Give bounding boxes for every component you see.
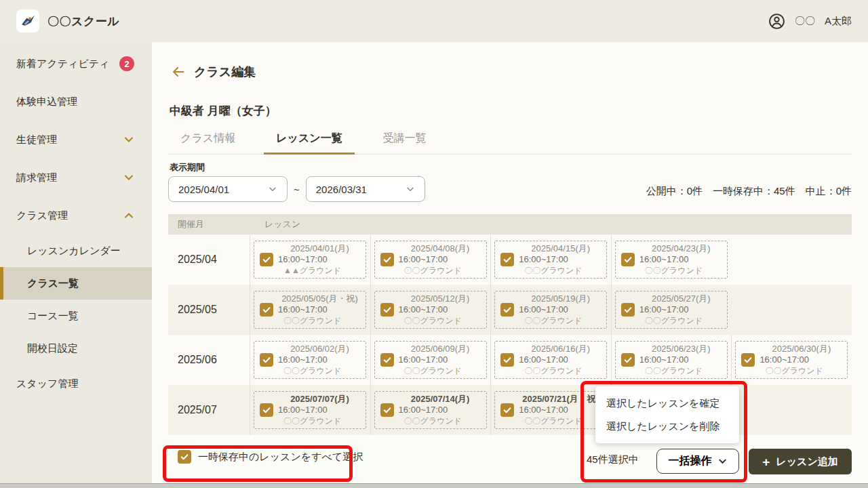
lesson-checkbox[interactable] (621, 303, 635, 317)
bulk-action-label: 一括操作 (669, 454, 712, 468)
chevron-down-icon (406, 184, 415, 194)
add-lesson-button[interactable]: + レッスン追加 (749, 449, 852, 474)
tab-レッスン一覧[interactable]: レッスン一覧 (264, 126, 355, 155)
back-arrow-icon[interactable] (171, 64, 186, 79)
table-row: 2025/042025/04/01(月)16:00~17:00▲▲グラウンド20… (168, 235, 852, 285)
sidebar-item-label: 開校日設定 (27, 342, 78, 355)
lesson-date: 2025/05/19(月) (519, 293, 602, 304)
lesson-column: 2025/04/08(月)16:00~17:00〇〇グラウンド (370, 235, 491, 285)
lesson-card[interactable]: 2025/04/23(月)16:00~17:00〇〇グラウンド (615, 241, 728, 279)
lesson-checkbox[interactable] (500, 303, 514, 317)
lesson-card-text: 2025/06/02(月)16:00~17:00〇〇グラウンド (273, 344, 361, 376)
lesson-checkbox[interactable] (380, 403, 394, 417)
period-selects: 2025/04/01 ~ 2026/03/31 (168, 176, 425, 202)
lesson-place: ▲▲グラウンド (278, 265, 361, 276)
tab-受講一覧[interactable]: 受講一覧 (371, 126, 439, 155)
sidebar-item-開校日設定[interactable]: 開校日設定 (0, 332, 152, 365)
sidebar-item-クラス管理[interactable]: クラス管理 (0, 197, 152, 235)
lesson-card-text: 2025/04/15(月)16:00~17:00〇〇グラウンド (514, 243, 602, 276)
lesson-column: 2025/05/05(月・祝)16:00~17:00〇〇グラウンド (250, 285, 370, 335)
lesson-card-text: 2025/06/30(月)16:00~17:00〇〇グラウンド (755, 344, 843, 376)
lesson-card-text: 2025/05/12(月)16:00~17:00〇〇グラウンド (394, 293, 482, 326)
select-all-checkbox[interactable] (178, 450, 191, 464)
lesson-time: 16:00~17:00 (399, 405, 482, 415)
sidebar-item-コース一覧[interactable]: コース一覧 (0, 300, 152, 332)
lesson-card[interactable]: 2025/07/21(月・祝)16:00~17:00〇〇グラウンド (494, 391, 607, 429)
month-cell: 2025/04 (168, 235, 250, 285)
lesson-column: 2025/06/30(月)16:00~17:00〇〇グラウンド (731, 335, 852, 385)
lesson-date: 2025/06/30(月) (760, 344, 843, 354)
sidebar-item-label: クラス一覧 (27, 277, 79, 290)
lesson-date: 2025/06/02(月) (278, 344, 361, 354)
lesson-card[interactable]: 2025/07/14(月)16:00~17:00〇〇グラウンド (374, 391, 487, 429)
sidebar-item-label: 新着アクティビティ (16, 58, 109, 70)
lesson-place: 〇〇グラウンド (399, 265, 482, 276)
sidebar: 新着アクティビティ2体験申込管理生徒管理請求管理クラス管理レッスンカレンダークラ… (0, 42, 152, 483)
sidebar-item-生徒管理[interactable]: 生徒管理 (0, 121, 152, 159)
table-body: 2025/042025/04/01(月)16:00~17:00▲▲グラウンド20… (168, 235, 852, 435)
lesson-checkbox[interactable] (621, 353, 635, 367)
account-icon[interactable] (768, 13, 785, 30)
sidebar-item-新着アクティビティ[interactable]: 新着アクティビティ2 (0, 45, 152, 83)
lesson-checkbox[interactable] (500, 403, 514, 417)
bulk-menu-item-選択したレッスンを確定[interactable]: 選択したレッスンを確定 (595, 396, 739, 411)
org-label: 〇〇 (795, 15, 815, 28)
lesson-date: 2025/07/21(月・祝) (519, 394, 602, 405)
lesson-card[interactable]: 2025/06/09(月)16:00~17:00〇〇グラウンド (374, 341, 487, 379)
lesson-card[interactable]: 2025/06/02(月)16:00~17:00〇〇グラウンド (254, 341, 366, 379)
notification-badge: 2 (119, 56, 134, 71)
lesson-checkbox[interactable] (500, 353, 514, 367)
sidebar-item-請求管理[interactable]: 請求管理 (0, 159, 152, 197)
lesson-date: 2025/06/16(月) (519, 344, 602, 354)
lesson-card-text: 2025/07/21(月・祝)16:00~17:00〇〇グラウンド (514, 394, 602, 426)
lesson-card[interactable]: 2025/05/12(月)16:00~17:00〇〇グラウンド (374, 291, 487, 329)
lesson-time: 16:00~17:00 (519, 254, 602, 265)
lesson-card[interactable]: 2025/04/15(月)16:00~17:00〇〇グラウンド (494, 241, 607, 279)
lesson-place: 〇〇グラウンド (399, 315, 482, 326)
lesson-place: 〇〇グラウンド (278, 315, 361, 326)
sidebar-item-label: 体験申込管理 (16, 96, 77, 108)
lesson-checkbox[interactable] (260, 253, 273, 266)
lesson-checkbox[interactable] (741, 353, 755, 367)
sidebar-item-レッスンカレンダー[interactable]: レッスンカレンダー (0, 235, 152, 267)
select-all-control[interactable]: 一時保存中のレッスンをすべて選択 (178, 450, 363, 464)
sidebar-item-label: クラス管理 (16, 209, 68, 222)
sidebar-item-クラス一覧[interactable]: クラス一覧 (0, 267, 152, 300)
lesson-date: 2025/05/05(月・祝) (278, 293, 361, 304)
lesson-checkbox[interactable] (260, 303, 273, 317)
lesson-checkbox[interactable] (380, 253, 394, 266)
user-name: A太郎 (825, 15, 852, 28)
lesson-checkbox[interactable] (621, 253, 635, 266)
lesson-card[interactable]: 2025/07/07(月)16:00~17:00〇〇グラウンド (254, 391, 366, 429)
period-from-value: 2025/04/01 (178, 184, 229, 195)
lesson-time: 16:00~17:00 (519, 405, 602, 415)
period-to-select[interactable]: 2026/03/31 (306, 176, 425, 202)
lesson-date: 2025/06/09(月) (399, 344, 482, 354)
lesson-card[interactable]: 2025/06/30(月)16:00~17:00〇〇グラウンド (735, 341, 848, 379)
lesson-checkbox[interactable] (380, 353, 394, 367)
lesson-card[interactable]: 2025/05/27(月)16:00~17:00〇〇グラウンド (615, 291, 728, 329)
lesson-card[interactable]: 2025/06/23(月)16:00~17:00〇〇グラウンド (615, 341, 728, 379)
lesson-place: 〇〇グラウンド (519, 315, 602, 326)
lesson-card[interactable]: 2025/04/08(月)16:00~17:00〇〇グラウンド (374, 241, 487, 279)
lesson-card-text: 2025/06/16(月)16:00~17:00〇〇グラウンド (514, 344, 602, 376)
bulk-action-button[interactable]: 一括操作 (656, 449, 739, 474)
month-cell: 2025/06 (168, 335, 250, 385)
lesson-card[interactable]: 2025/05/05(月・祝)16:00~17:00〇〇グラウンド (254, 291, 366, 329)
main-content: クラス編集 中級者 月曜（女子） クラス情報レッスン一覧受講一覧 表示期間 20… (152, 42, 868, 483)
lesson-card[interactable]: 2025/06/16(月)16:00~17:00〇〇グラウンド (494, 341, 607, 379)
lesson-date: 2025/05/27(月) (639, 293, 723, 304)
lesson-card[interactable]: 2025/04/01(月)16:00~17:00▲▲グラウンド (254, 241, 366, 279)
app-title: 〇〇スクール (47, 14, 119, 29)
lesson-checkbox[interactable] (260, 403, 273, 417)
period-from-select[interactable]: 2025/04/01 (168, 176, 288, 202)
tab-クラス情報[interactable]: クラス情報 (168, 126, 248, 155)
lesson-card[interactable]: 2025/05/19(月)16:00~17:00〇〇グラウンド (494, 291, 607, 329)
lesson-checkbox[interactable] (260, 353, 273, 367)
lesson-checkbox[interactable] (380, 303, 394, 317)
column-header-month: 開催月 (168, 218, 250, 230)
bulk-menu-item-選択したレッスンを削除[interactable]: 選択したレッスンを削除 (595, 419, 739, 434)
lesson-checkbox[interactable] (500, 253, 514, 266)
sidebar-item-体験申込管理[interactable]: 体験申込管理 (0, 83, 152, 121)
sidebar-item-スタッフ管理[interactable]: スタッフ管理 (0, 365, 152, 403)
